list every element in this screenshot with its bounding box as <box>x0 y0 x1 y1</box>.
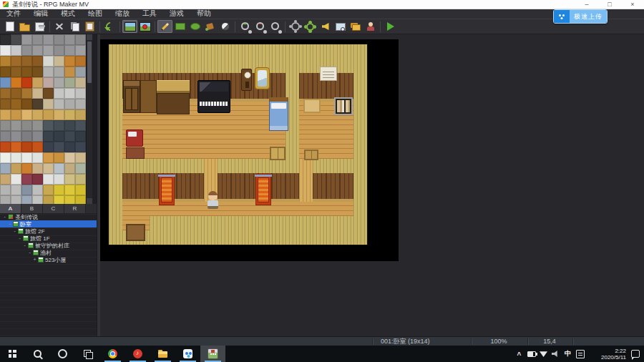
palette-tile[interactable] <box>0 56 11 67</box>
palette-tile[interactable] <box>64 142 75 152</box>
event-mode-button[interactable] <box>137 20 152 33</box>
database-button[interactable] <box>288 20 303 33</box>
map-tile[interactable] <box>218 230 231 245</box>
palette-tile[interactable] <box>0 120 11 131</box>
map-tile[interactable] <box>109 87 122 102</box>
palette-tile[interactable] <box>21 120 32 131</box>
palette-tile[interactable] <box>75 88 86 99</box>
map-tile[interactable] <box>204 173 218 187</box>
map-tile[interactable] <box>313 116 326 130</box>
map-tile[interactable] <box>204 130 218 145</box>
map-tile[interactable] <box>340 73 353 87</box>
palette-tile[interactable] <box>43 142 54 152</box>
playtest-button[interactable] <box>383 20 398 33</box>
expand-marker[interactable]: - <box>7 221 12 227</box>
map-tile[interactable] <box>313 202 326 216</box>
map-tile[interactable] <box>258 130 272 145</box>
map-tile[interactable] <box>258 44 272 59</box>
map-tile[interactable] <box>177 187 190 202</box>
palette-tile[interactable] <box>75 163 86 174</box>
palette-tile[interactable] <box>64 131 75 142</box>
map-tile[interactable] <box>313 216 326 230</box>
palette-tile[interactable] <box>54 109 64 120</box>
map-tile[interactable] <box>150 230 163 245</box>
map-tile[interactable] <box>286 187 299 202</box>
map-tile[interactable] <box>258 230 272 245</box>
zoom-out-button[interactable] <box>253 20 268 33</box>
map-tile[interactable] <box>150 145 163 159</box>
map-tile[interactable] <box>177 202 190 216</box>
palette-tile[interactable] <box>0 185 11 195</box>
map-tile[interactable] <box>122 44 136 59</box>
map-tile[interactable] <box>340 130 353 145</box>
zoom-in-button[interactable] <box>238 20 253 33</box>
map-tile[interactable] <box>122 187 136 202</box>
map-tile[interactable] <box>231 187 245 202</box>
palette-tile[interactable] <box>54 174 64 185</box>
shadow-pen-tool-button[interactable] <box>218 20 233 33</box>
palette-tile[interactable] <box>21 56 32 67</box>
map-tile[interactable] <box>163 216 177 230</box>
map-tile[interactable] <box>286 159 299 173</box>
map-tile[interactable] <box>286 44 299 59</box>
taskbar-baidu-netdisk[interactable] <box>175 346 200 362</box>
map-tile[interactable] <box>245 44 258 59</box>
map-tile[interactable] <box>218 44 231 59</box>
map-tile[interactable] <box>122 173 136 187</box>
palette-tile[interactable] <box>0 142 11 152</box>
map-tile[interactable] <box>272 130 286 145</box>
palette-tile[interactable] <box>21 152 32 163</box>
new-project-button[interactable] <box>2 20 17 33</box>
map-tile[interactable] <box>204 59 218 73</box>
menu-item-edit[interactable]: 编辑 <box>27 9 54 19</box>
palette-tile[interactable] <box>64 163 75 174</box>
palette-tile[interactable] <box>64 120 75 131</box>
map-tile[interactable] <box>163 130 177 145</box>
palette-tile[interactable] <box>21 77 32 88</box>
map-tile[interactable] <box>299 116 313 130</box>
map-tile[interactable] <box>286 59 299 73</box>
map-tile[interactable] <box>299 202 313 216</box>
palette-tile[interactable] <box>75 131 86 142</box>
map-tile[interactable] <box>313 230 326 245</box>
palette-tile[interactable] <box>64 195 75 204</box>
map-mode-button[interactable] <box>122 20 137 33</box>
map-canvas[interactable] <box>100 39 399 261</box>
palette-tile[interactable] <box>32 77 43 88</box>
palette-tile[interactable] <box>54 152 64 163</box>
map-tile[interactable] <box>218 145 231 159</box>
palette-tile[interactable] <box>75 142 86 152</box>
tray-chevron[interactable] <box>513 346 525 362</box>
palette-tile[interactable] <box>75 195 86 204</box>
palette-tile[interactable] <box>11 99 21 109</box>
map-tile[interactable] <box>299 73 313 87</box>
palette-tile[interactable] <box>21 142 32 152</box>
palette-tile[interactable] <box>54 195 64 204</box>
map-tile[interactable] <box>122 59 136 73</box>
map-tile[interactable] <box>326 187 340 202</box>
map-tile[interactable] <box>177 44 190 59</box>
tree-item-map-bedroom[interactable]: -卧室 <box>0 220 97 228</box>
map-tile[interactable] <box>313 187 326 202</box>
palette-tile[interactable] <box>75 174 86 185</box>
map-tile[interactable] <box>204 230 218 245</box>
palette-tile[interactable] <box>54 67 64 77</box>
palette-tile[interactable] <box>11 56 21 67</box>
palette-tile[interactable] <box>21 185 32 195</box>
map-tile[interactable] <box>109 116 122 130</box>
map-tile[interactable] <box>150 116 163 130</box>
map-tile[interactable] <box>353 87 367 102</box>
map-tile[interactable] <box>122 202 136 216</box>
palette-tile[interactable] <box>11 120 21 131</box>
tree-item-map-inn-2f[interactable]: -旅馆 2F <box>0 228 97 235</box>
palette-tile[interactable] <box>43 99 54 109</box>
map-tile[interactable] <box>190 216 204 230</box>
map-tile[interactable] <box>190 116 204 130</box>
tree-item-map-hut-523[interactable]: +523小屋 <box>0 256 97 263</box>
tray-battery[interactable] <box>525 346 537 362</box>
palette-tile[interactable] <box>54 34 64 45</box>
undo-button[interactable] <box>102 20 117 33</box>
map-tile[interactable] <box>272 173 286 187</box>
palette-tile[interactable] <box>32 34 43 45</box>
task-view-button[interactable] <box>75 346 100 362</box>
